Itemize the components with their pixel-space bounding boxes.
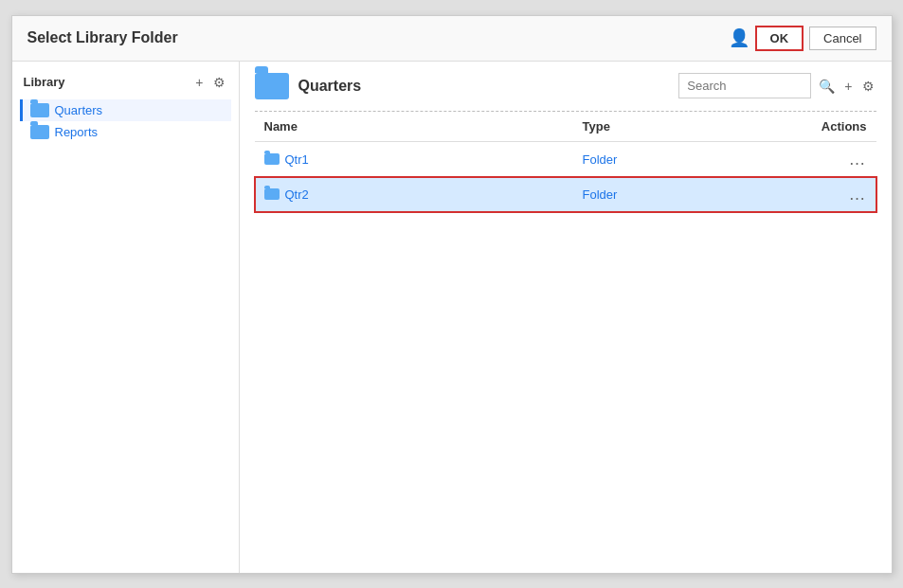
dialog-header: Select Library Folder 👤 OK Cancel — [12, 16, 892, 62]
row-type-cell: Folder — [573, 177, 763, 212]
content-add-button[interactable]: + — [842, 77, 854, 96]
search-area: 🔍 + ⚙ — [678, 73, 876, 98]
content-settings-button[interactable]: ⚙ — [860, 77, 876, 96]
sidebar-item-quarters[interactable]: Quarters — [20, 99, 231, 121]
col-actions: Actions — [763, 112, 876, 142]
search-input[interactable] — [678, 73, 811, 98]
col-name: Name — [255, 112, 573, 142]
table-header-row: Name Type Actions — [255, 112, 876, 142]
row-name-cell: Qtr2 — [255, 177, 573, 212]
ok-button[interactable]: OK — [755, 26, 804, 51]
col-type: Type — [573, 112, 763, 142]
table-row[interactable]: Qtr2 Folder … — [255, 177, 876, 212]
row-name-cell: Qtr1 — [255, 141, 573, 177]
user-icon[interactable]: 👤 — [729, 27, 749, 48]
content-folder-title: Quarters — [298, 78, 362, 95]
folder-icon — [30, 125, 49, 139]
folder-icon — [30, 103, 49, 117]
row-dots-menu[interactable]: … — [849, 185, 867, 204]
sidebar-header: Library + ⚙ — [20, 73, 231, 92]
sidebar-settings-button[interactable]: ⚙ — [211, 73, 227, 92]
row-actions-cell[interactable]: … — [763, 177, 876, 212]
row-type-cell: Folder — [573, 141, 763, 177]
content-header: Quarters 🔍 + ⚙ — [255, 73, 876, 99]
row-folder-icon — [264, 188, 280, 200]
sidebar-item-reports-label: Reports — [55, 125, 99, 139]
sidebar-label: Library — [24, 75, 65, 89]
cancel-button[interactable]: Cancel — [809, 27, 876, 50]
large-folder-icon — [255, 73, 289, 99]
sidebar-item-quarters-label: Quarters — [55, 103, 103, 117]
dialog-body: Library + ⚙ Quarters Reports Qu — [12, 62, 892, 573]
dialog-title: Select Library Folder — [27, 29, 178, 46]
sidebar-add-button[interactable]: + — [193, 73, 205, 92]
row-dots-menu[interactable]: … — [849, 150, 867, 169]
search-button[interactable]: 🔍 — [817, 77, 837, 96]
row-folder-icon — [264, 153, 280, 165]
content-title-row: Quarters — [255, 73, 362, 99]
content-table: Name Type Actions Qtr1 Folder — [255, 112, 876, 212]
select-library-folder-dialog: Select Library Folder 👤 OK Cancel Librar… — [11, 15, 893, 574]
row-name-label: Qtr1 — [285, 152, 309, 167]
sidebar-item-reports[interactable]: Reports — [20, 121, 231, 143]
row-name-label: Qtr2 — [285, 187, 309, 202]
sidebar: Library + ⚙ Quarters Reports — [12, 62, 240, 573]
main-content: Quarters 🔍 + ⚙ Name Type Actions — [240, 62, 892, 573]
table-row[interactable]: Qtr1 Folder … — [255, 141, 876, 177]
sidebar-actions: + ⚙ — [193, 73, 226, 92]
header-buttons: 👤 OK Cancel — [729, 26, 876, 51]
row-actions-cell[interactable]: … — [763, 141, 876, 177]
